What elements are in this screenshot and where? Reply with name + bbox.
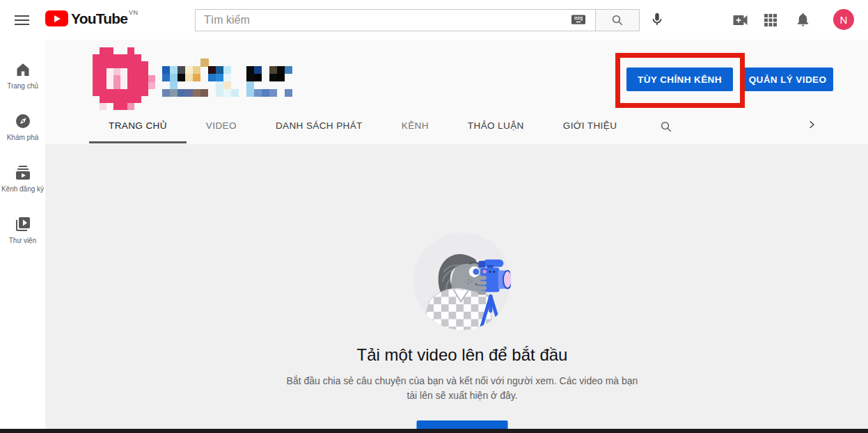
- youtube-logo[interactable]: YouTube VN: [45, 10, 139, 26]
- tab-discussion[interactable]: THẢO LUẬN: [448, 110, 544, 143]
- channel-page: TÙY CHỈNH KÊNH QUẢN LÝ VIDEO TRANG CHỦ V…: [45, 40, 868, 433]
- empty-state-title: Tải một video lên để bắt đầu: [357, 345, 568, 365]
- notifications-button[interactable]: [795, 11, 811, 28]
- channel-empty-state: Tải một video lên để bắt đầu Bắt đầu chi…: [45, 144, 868, 433]
- channel-search-tab[interactable]: [636, 110, 696, 143]
- subscriptions-icon: [15, 164, 31, 181]
- youtube-apps-button[interactable]: [763, 13, 778, 28]
- top-app-bar: YouTube VN: [0, 0, 868, 40]
- avatar-initial: N: [840, 14, 848, 26]
- empty-state-description: Bắt đầu chia sẻ câu chuyện của bạn và kế…: [287, 374, 638, 403]
- empty-state-illustration: [411, 230, 513, 331]
- sidebar-item-label: Khám phá: [7, 134, 39, 141]
- account-avatar[interactable]: N: [833, 9, 854, 30]
- apps-grid-icon: [763, 13, 778, 28]
- sidebar-item-label: Thư viện: [9, 237, 37, 244]
- search-input[interactable]: [195, 9, 595, 31]
- search-icon: [611, 14, 624, 26]
- create-video-icon: [732, 13, 749, 28]
- mini-sidebar: Trang chủ Khám phá Kênh đăng ký Thư viện: [0, 40, 45, 433]
- screen-edge-bar: [0, 429, 868, 433]
- sidebar-item-library[interactable]: Thư viện: [0, 204, 45, 255]
- home-icon: [15, 61, 31, 78]
- tabs-overflow-chevron[interactable]: [804, 115, 819, 134]
- hamburger-icon: [15, 15, 29, 17]
- sidebar-item-label: Trang chủ: [7, 82, 38, 90]
- chevron-right-icon: [807, 120, 816, 129]
- youtube-play-icon: [45, 10, 68, 26]
- voice-search-button[interactable]: [649, 11, 665, 28]
- search-form: [195, 9, 640, 31]
- channel-header: TÙY CHỈNH KÊNH QUẢN LÝ VIDEO TRANG CHỦ V…: [45, 40, 868, 144]
- channel-name-censored: [162, 58, 301, 100]
- sidebar-item-explore[interactable]: Khám phá: [0, 101, 45, 152]
- sidebar-item-label: Kênh đăng ký: [1, 185, 44, 193]
- tab-channels[interactable]: KÊNH: [382, 110, 448, 143]
- sidebar-item-subscriptions[interactable]: Kênh đăng ký: [0, 152, 45, 204]
- mic-icon: [649, 11, 665, 28]
- bell-icon: [795, 11, 811, 28]
- channel-avatar-pixelated: [93, 47, 157, 111]
- logo-region-label: VN: [129, 9, 139, 16]
- channel-tabs: TRANG CHỦ VIDEO DANH SÁCH PHÁT KÊNH THẢO…: [89, 110, 696, 143]
- channel-search-icon: [660, 120, 672, 133]
- tab-home[interactable]: TRANG CHỦ: [89, 110, 187, 143]
- customize-channel-button[interactable]: TÙY CHỈNH KÊNH: [626, 68, 733, 91]
- create-video-button[interactable]: [732, 13, 749, 28]
- youtube-wordmark: YouTube: [71, 10, 127, 26]
- sidebar-item-home[interactable]: Trang chủ: [0, 49, 45, 101]
- keyboard-icon: [571, 15, 585, 26]
- menu-button[interactable]: [11, 12, 32, 29]
- tab-about[interactable]: GIỚI THIỆU: [544, 110, 637, 143]
- tab-playlists[interactable]: DANH SÁCH PHÁT: [256, 110, 382, 143]
- search-button[interactable]: [595, 9, 640, 31]
- tab-videos[interactable]: VIDEO: [187, 110, 256, 143]
- library-icon: [15, 216, 31, 233]
- keyboard-button[interactable]: [571, 14, 585, 26]
- manage-videos-button[interactable]: QUẢN LÝ VIDEO: [742, 68, 833, 91]
- compass-icon: [15, 113, 31, 129]
